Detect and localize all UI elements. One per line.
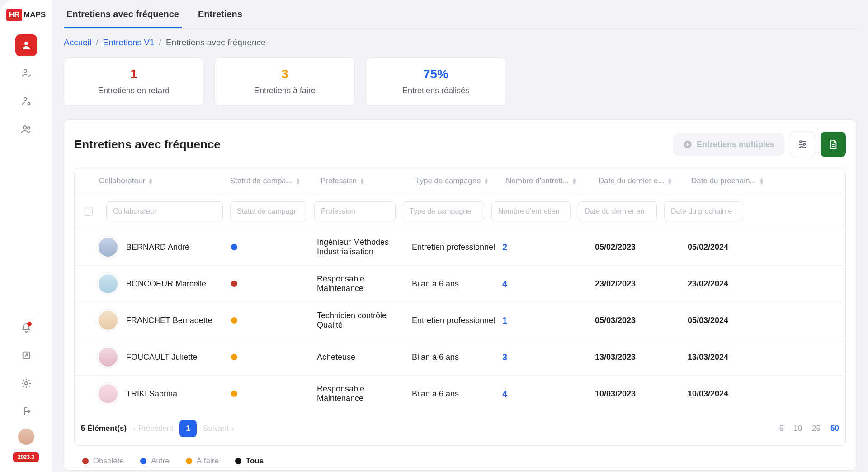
sort-icon: ▲▼ xyxy=(667,177,673,185)
status-dot xyxy=(231,244,237,250)
group-icon xyxy=(20,124,32,135)
stat-value: 1 xyxy=(69,67,199,81)
filter-d2[interactable] xyxy=(664,201,743,221)
legend-item[interactable]: Obsolète xyxy=(82,457,124,466)
table: Collaborateur▲▼ Statut de campa...▲▼ Pro… xyxy=(74,168,846,446)
size-10[interactable]: 10 xyxy=(793,424,802,433)
sliders-icon xyxy=(797,139,808,150)
table-row[interactable]: BERNARD AndréIngénieur Méthodes Industri… xyxy=(75,229,845,266)
collab-name: TRIKI Sabrina xyxy=(126,389,177,399)
next-date: 05/02/2024 xyxy=(688,243,769,252)
size-5[interactable]: 5 xyxy=(779,424,783,433)
interview-count[interactable]: 1 xyxy=(502,315,507,325)
legend-label: À faire xyxy=(197,457,219,466)
svg-point-2 xyxy=(24,98,26,100)
notification-dot xyxy=(27,322,32,326)
sort-icon: ▲▼ xyxy=(295,177,301,185)
campaign-type: Bilan à 6 ans xyxy=(412,389,502,399)
table-row[interactable]: TRIKI SabrinaResponsable MaintenanceBila… xyxy=(75,376,845,412)
filter-status[interactable] xyxy=(230,201,307,221)
nav-logout[interactable] xyxy=(15,400,37,422)
collab-name: FOUCAULT Juliette xyxy=(126,353,197,362)
last-date: 05/02/2023 xyxy=(595,243,688,252)
svg-point-9 xyxy=(800,141,802,143)
nav-group[interactable] xyxy=(15,119,37,140)
interview-count[interactable]: 4 xyxy=(502,389,507,399)
legend-dot xyxy=(140,458,146,464)
th-d2[interactable]: Date du prochain...▲▼ xyxy=(688,176,769,186)
th-type[interactable]: Type de campagne▲▼ xyxy=(412,176,502,186)
size-25[interactable]: 25 xyxy=(812,424,821,433)
svg-point-1 xyxy=(24,70,26,72)
stats-row: 1 Entretiens en retard 3 Entretiens à fa… xyxy=(64,57,856,106)
export-button[interactable] xyxy=(821,132,846,157)
multi-label: Entretiens multiples xyxy=(697,140,774,149)
th-collab[interactable]: Collaborateur▲▼ xyxy=(77,176,226,186)
interview-count[interactable]: 4 xyxy=(502,279,507,289)
svg-point-7 xyxy=(25,382,28,385)
nav-people[interactable] xyxy=(15,62,37,84)
person-check-icon xyxy=(21,68,32,79)
interview-count[interactable]: 3 xyxy=(502,352,507,362)
table-row[interactable]: FRANCHET BernadetteTechnicien contrôle Q… xyxy=(75,302,845,339)
table-row[interactable]: FOUCAULT JulietteAcheteuseBilan à 6 ans3… xyxy=(75,339,845,376)
profession: Responsable Maintenance xyxy=(317,384,412,403)
next-date: 05/03/2024 xyxy=(688,316,769,325)
svg-point-0 xyxy=(24,42,28,45)
th-status[interactable]: Statut de campa...▲▼ xyxy=(226,176,317,186)
sort-icon: ▲▼ xyxy=(359,177,365,185)
stat-card-late: 1 Entretiens en retard xyxy=(64,57,204,106)
legend: ObsolèteAutreÀ faireTous xyxy=(74,446,846,466)
th-d1[interactable]: Date du dernier e...▲▼ xyxy=(595,176,688,186)
legend-item[interactable]: Tous xyxy=(235,457,264,466)
svg-point-11 xyxy=(801,146,802,148)
filter-type[interactable] xyxy=(403,201,484,221)
status-dot xyxy=(231,317,237,324)
nav-user-active[interactable] xyxy=(15,34,37,56)
tab-frequency[interactable]: Entretiens avec fréquence xyxy=(64,0,182,28)
gear-icon xyxy=(21,378,32,389)
size-50[interactable]: 50 xyxy=(830,424,839,433)
user-avatar[interactable] xyxy=(18,429,34,445)
notifications-button[interactable] xyxy=(15,317,37,339)
table-header: Collaborateur▲▼ Statut de campa...▲▼ Pro… xyxy=(75,168,845,194)
svg-point-5 xyxy=(27,127,29,129)
filters-button[interactable] xyxy=(790,132,815,157)
tab-entretiens[interactable]: Entretiens xyxy=(195,0,245,28)
filter-prof[interactable] xyxy=(314,201,396,221)
avatar xyxy=(97,346,119,368)
filter-num[interactable] xyxy=(491,201,571,221)
avatar xyxy=(97,273,119,295)
th-num[interactable]: Nombre d'entreti...▲▼ xyxy=(502,176,595,186)
nav-external[interactable] xyxy=(15,344,37,366)
nav-people-gear[interactable] xyxy=(15,91,37,112)
last-date: 13/03/2023 xyxy=(595,353,688,362)
svg-point-3 xyxy=(28,103,29,105)
campaign-type: Entretien professionnel xyxy=(412,316,502,325)
status-dot xyxy=(231,281,237,287)
pager-prev: ‹ Précédent xyxy=(133,424,173,433)
th-prof[interactable]: Profession▲▼ xyxy=(317,176,412,186)
interview-count[interactable]: 2 xyxy=(502,242,507,252)
main-content: Entretiens avec fréquence Entretiens Acc… xyxy=(52,0,868,472)
profession: Acheteuse xyxy=(317,353,412,362)
nav-settings[interactable] xyxy=(15,372,37,394)
avatar xyxy=(97,236,119,258)
select-all-checkbox[interactable] xyxy=(84,207,93,216)
page-size: 5 10 25 50 xyxy=(779,424,839,433)
breadcrumb-mid[interactable]: Entretiens V1 xyxy=(103,38,155,48)
breadcrumb-sep: / xyxy=(159,38,161,48)
legend-item[interactable]: Autre xyxy=(140,457,170,466)
legend-label: Autre xyxy=(151,457,170,466)
legend-item[interactable]: À faire xyxy=(186,457,219,466)
filter-collab[interactable] xyxy=(106,201,223,221)
next-date: 10/03/2024 xyxy=(688,389,769,399)
breadcrumb-home[interactable]: Accueil xyxy=(64,38,91,48)
legend-label: Tous xyxy=(246,457,264,466)
table-row[interactable]: BONCOEUR MarcelleResponsable Maintenance… xyxy=(75,266,845,302)
filter-d1[interactable] xyxy=(578,201,657,221)
panel: Entretiens avec fréquence Entretiens mul… xyxy=(64,119,856,471)
next-date: 13/03/2024 xyxy=(688,353,769,362)
pager-current[interactable]: 1 xyxy=(179,420,197,437)
collab-name: BERNARD André xyxy=(126,243,189,252)
